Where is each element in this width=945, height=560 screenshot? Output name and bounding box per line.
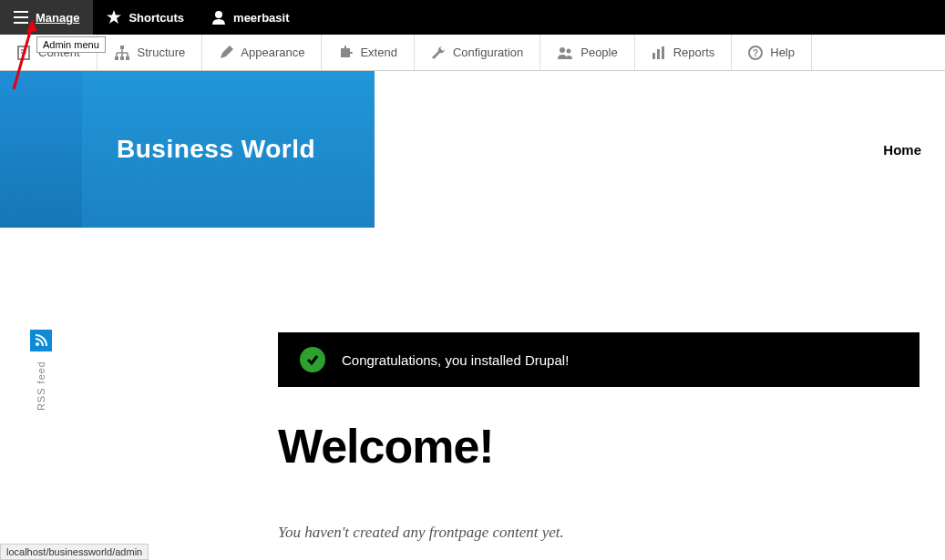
- help-icon: ?: [748, 46, 763, 60]
- appearance-label: Appearance: [241, 46, 304, 59]
- admin-toolbar: Content Structure Appearance Extend Conf…: [0, 35, 945, 71]
- svg-point-20: [567, 48, 571, 53]
- svg-rect-11: [115, 56, 118, 60]
- svg-rect-2: [14, 22, 28, 24]
- reports-label: Reports: [673, 46, 715, 59]
- rss-label: RSS feed: [36, 361, 46, 411]
- hamburger-icon: [14, 11, 28, 24]
- admin-menu-tooltip: Admin menu: [36, 36, 106, 53]
- extend-icon: [338, 46, 353, 60]
- rss-icon: [35, 334, 47, 347]
- svg-point-4: [215, 11, 222, 18]
- status-text: Congratulations, you installed Drupal!: [342, 352, 569, 368]
- main-content: Congratulations, you installed Drupal! W…: [82, 228, 945, 542]
- primary-nav: Home: [375, 71, 945, 228]
- banner-accent: [0, 71, 82, 228]
- svg-marker-3: [107, 10, 121, 24]
- extend-label: Extend: [360, 46, 396, 59]
- manage-label: Manage: [36, 11, 79, 25]
- help-label: Help: [770, 46, 795, 59]
- configuration-icon: [431, 46, 446, 60]
- structure-icon: [114, 46, 130, 60]
- admin-extend[interactable]: Extend: [322, 35, 414, 70]
- admin-structure[interactable]: Structure: [98, 35, 203, 70]
- svg-point-26: [36, 342, 39, 346]
- shortcuts-label: Shortcuts: [128, 11, 184, 25]
- svg-rect-13: [126, 56, 129, 60]
- nav-home[interactable]: Home: [883, 142, 921, 158]
- svg-rect-10: [120, 46, 124, 49]
- content-icon: [16, 46, 31, 60]
- svg-rect-22: [657, 49, 660, 59]
- shortcuts-menu[interactable]: Shortcuts: [93, 0, 198, 35]
- user-menu[interactable]: meerbasit: [198, 0, 303, 35]
- people-label: People: [580, 46, 617, 59]
- success-icon: [300, 347, 325, 372]
- site-branding: Business World: [82, 71, 375, 228]
- toolbar: Manage Shortcuts meerbasit: [0, 0, 945, 35]
- site-name[interactable]: Business World: [117, 135, 315, 164]
- svg-rect-23: [662, 46, 664, 59]
- configuration-label: Configuration: [453, 46, 523, 59]
- admin-configuration[interactable]: Configuration: [415, 35, 540, 70]
- left-sidebar: RSS feed: [0, 228, 82, 542]
- people-icon: [557, 46, 573, 60]
- star-icon: [107, 10, 121, 25]
- admin-appearance[interactable]: Appearance: [202, 35, 322, 70]
- admin-help[interactable]: ? Help: [732, 35, 812, 70]
- admin-people[interactable]: People: [540, 35, 634, 70]
- structure-label: Structure: [138, 46, 186, 59]
- svg-rect-12: [120, 56, 124, 60]
- user-label: meerbasit: [233, 11, 289, 25]
- browser-status-url: localhost/businessworld/admin: [0, 544, 149, 560]
- manage-menu[interactable]: Manage: [0, 0, 93, 35]
- content-area: RSS feed Congratulations, you installed …: [0, 228, 945, 542]
- rss-feed-button[interactable]: [30, 330, 52, 351]
- page-title: Welcome!: [278, 419, 919, 473]
- svg-rect-21: [652, 53, 655, 59]
- svg-text:?: ?: [753, 48, 758, 58]
- admin-reports[interactable]: Reports: [635, 35, 733, 70]
- svg-point-19: [560, 47, 565, 53]
- page-subtext: You haven't created any frontpage conten…: [278, 524, 919, 542]
- appearance-icon: [219, 46, 233, 60]
- svg-rect-1: [14, 16, 28, 18]
- reports-icon: [652, 46, 666, 60]
- user-icon: [211, 10, 226, 25]
- svg-rect-0: [14, 11, 28, 13]
- header-banner: Business World Home: [0, 71, 945, 228]
- status-message: Congratulations, you installed Drupal!: [278, 332, 919, 387]
